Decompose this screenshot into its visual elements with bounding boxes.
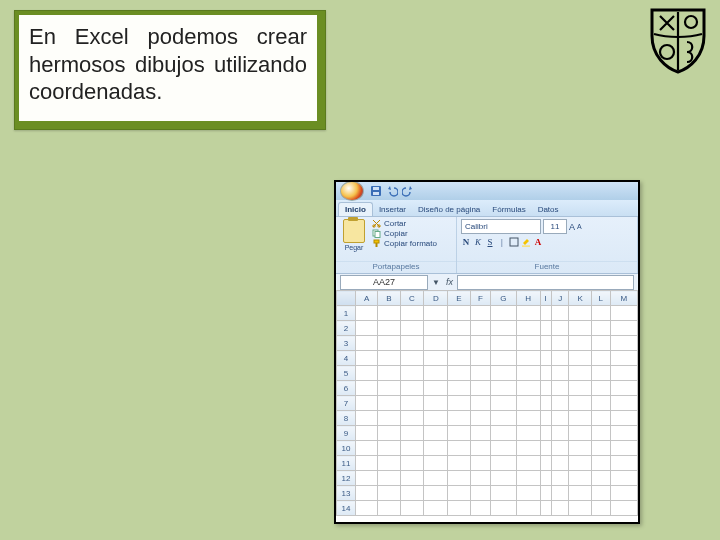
cell[interactable] xyxy=(470,426,491,441)
row-header[interactable]: 8 xyxy=(337,411,356,426)
name-box[interactable]: AA27 xyxy=(340,275,428,290)
cell[interactable] xyxy=(551,336,569,351)
cell[interactable] xyxy=(424,336,448,351)
shrink-font-icon[interactable]: A xyxy=(577,223,582,230)
col-header[interactable]: A xyxy=(356,291,378,306)
row-header[interactable]: 6 xyxy=(337,381,356,396)
cell[interactable] xyxy=(424,366,448,381)
cell[interactable] xyxy=(356,396,378,411)
cell[interactable] xyxy=(470,441,491,456)
cell[interactable] xyxy=(516,456,540,471)
row-header[interactable]: 13 xyxy=(337,486,356,501)
cell[interactable] xyxy=(610,426,637,441)
cell[interactable] xyxy=(448,396,470,411)
col-header[interactable]: E xyxy=(448,291,470,306)
cell[interactable] xyxy=(448,381,470,396)
col-header[interactable]: C xyxy=(400,291,424,306)
cell[interactable] xyxy=(610,381,637,396)
cell[interactable] xyxy=(491,501,516,516)
cell[interactable] xyxy=(448,306,470,321)
cell[interactable] xyxy=(356,381,378,396)
cell[interactable] xyxy=(400,426,424,441)
tab-datos[interactable]: Datos xyxy=(532,203,565,216)
col-header[interactable]: L xyxy=(591,291,610,306)
cell[interactable] xyxy=(470,306,491,321)
cell[interactable] xyxy=(470,501,491,516)
cell[interactable] xyxy=(491,306,516,321)
row-header[interactable]: 11 xyxy=(337,456,356,471)
paste-button[interactable]: Pegar xyxy=(340,219,368,251)
cell[interactable] xyxy=(540,381,551,396)
cell[interactable] xyxy=(569,306,591,321)
cell[interactable] xyxy=(569,336,591,351)
select-all-corner[interactable] xyxy=(337,291,356,306)
cell[interactable] xyxy=(424,426,448,441)
cell[interactable] xyxy=(551,306,569,321)
row-header[interactable]: 14 xyxy=(337,501,356,516)
cell[interactable] xyxy=(378,471,400,486)
cell[interactable] xyxy=(516,411,540,426)
cell[interactable] xyxy=(551,351,569,366)
cell[interactable] xyxy=(540,396,551,411)
underline-button[interactable]: S xyxy=(485,237,495,249)
cell[interactable] xyxy=(378,396,400,411)
cell[interactable] xyxy=(356,411,378,426)
cell[interactable] xyxy=(424,351,448,366)
row-header[interactable]: 7 xyxy=(337,396,356,411)
cell[interactable] xyxy=(516,471,540,486)
cell[interactable] xyxy=(424,486,448,501)
cell[interactable] xyxy=(424,441,448,456)
cell[interactable] xyxy=(424,306,448,321)
cell[interactable] xyxy=(591,456,610,471)
cell[interactable] xyxy=(378,426,400,441)
cell[interactable] xyxy=(591,366,610,381)
cell[interactable] xyxy=(569,321,591,336)
cell[interactable] xyxy=(378,486,400,501)
cell[interactable] xyxy=(356,471,378,486)
cell[interactable] xyxy=(516,501,540,516)
cell[interactable] xyxy=(424,501,448,516)
cell[interactable] xyxy=(356,426,378,441)
cell[interactable] xyxy=(400,441,424,456)
format-painter-button[interactable]: Copiar formato xyxy=(372,239,437,248)
cell[interactable] xyxy=(378,501,400,516)
cell[interactable] xyxy=(540,441,551,456)
cell[interactable] xyxy=(551,471,569,486)
cell[interactable] xyxy=(516,396,540,411)
cell[interactable] xyxy=(569,381,591,396)
cell[interactable] xyxy=(356,456,378,471)
row-header[interactable]: 1 xyxy=(337,306,356,321)
cell[interactable] xyxy=(424,381,448,396)
font-name-select[interactable]: Calibri xyxy=(461,219,541,234)
cell[interactable] xyxy=(400,381,424,396)
cell[interactable] xyxy=(400,456,424,471)
tab-insertar[interactable]: Insertar xyxy=(373,203,412,216)
cell[interactable] xyxy=(491,471,516,486)
col-header[interactable]: J xyxy=(551,291,569,306)
cell[interactable] xyxy=(448,456,470,471)
cell[interactable] xyxy=(569,441,591,456)
cell[interactable] xyxy=(569,411,591,426)
cell[interactable] xyxy=(551,411,569,426)
cell[interactable] xyxy=(424,321,448,336)
save-icon[interactable] xyxy=(370,185,382,197)
row-header[interactable]: 9 xyxy=(337,426,356,441)
cell[interactable] xyxy=(400,471,424,486)
copy-button[interactable]: Copiar xyxy=(372,229,437,238)
cell[interactable] xyxy=(591,306,610,321)
tab-formulas[interactable]: Fórmulas xyxy=(486,203,531,216)
cell[interactable] xyxy=(448,336,470,351)
border-icon[interactable] xyxy=(509,237,519,249)
cell[interactable] xyxy=(491,366,516,381)
cell[interactable] xyxy=(378,336,400,351)
cut-button[interactable]: Cortar xyxy=(372,219,437,228)
cell[interactable] xyxy=(356,321,378,336)
cell[interactable] xyxy=(569,486,591,501)
cell[interactable] xyxy=(591,321,610,336)
cell[interactable] xyxy=(516,426,540,441)
undo-icon[interactable] xyxy=(386,185,398,197)
cell[interactable] xyxy=(378,306,400,321)
cell[interactable] xyxy=(356,336,378,351)
cell[interactable] xyxy=(400,486,424,501)
row-header[interactable]: 3 xyxy=(337,336,356,351)
